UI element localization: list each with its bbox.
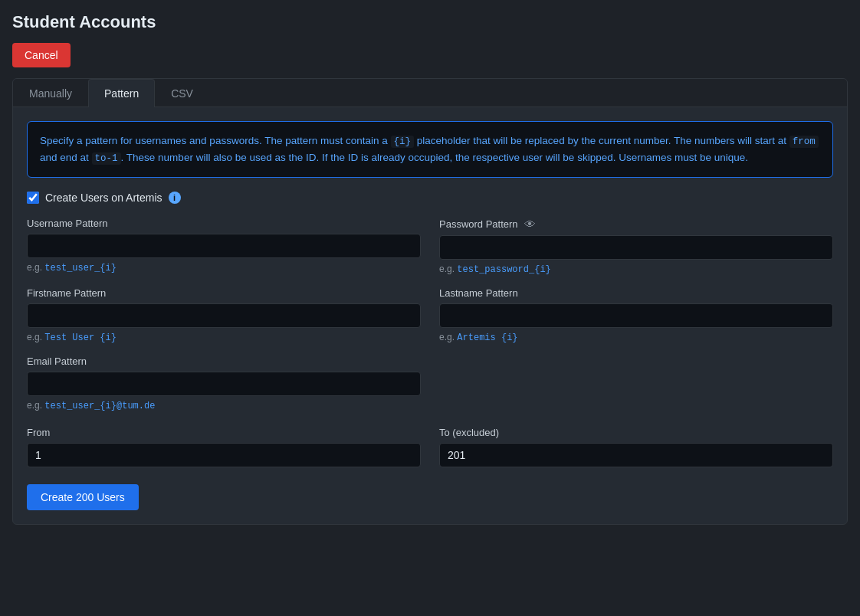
to-label: To (excluded) — [439, 427, 833, 438]
lastname-pattern-hint: e.g. Artemis {i} — [439, 332, 833, 343]
main-panel: Manually Pattern CSV Specify a pattern f… — [12, 78, 848, 525]
to-group: To (excluded) — [439, 427, 833, 467]
tab-pattern[interactable]: Pattern — [88, 79, 155, 107]
create-on-artemis-checkbox[interactable] — [27, 192, 39, 204]
to-input[interactable] — [439, 443, 833, 467]
info-box: Specify a pattern for usernames and pass… — [27, 121, 833, 178]
email-pattern-input[interactable] — [27, 372, 421, 396]
firstname-pattern-label: Firstname Pattern — [27, 287, 421, 299]
password-pattern-group: Password Pattern 👁 e.g. test_password_{i… — [439, 218, 833, 275]
create-users-button[interactable]: Create 200 Users — [27, 484, 139, 510]
from-input[interactable] — [27, 443, 421, 467]
from-label: From — [27, 427, 421, 438]
from-to-grid: From To (excluded) — [27, 427, 833, 480]
email-pattern-hint: e.g. test_user_{i}@tum.de — [27, 400, 421, 411]
tab-manually[interactable]: Manually — [13, 79, 88, 107]
from-keyword: from — [789, 136, 819, 148]
tabs-bar: Manually Pattern CSV — [13, 79, 847, 107]
panel-body: Specify a pattern for usernames and pass… — [13, 107, 847, 524]
username-pattern-input[interactable] — [27, 234, 421, 258]
password-eye-icon[interactable]: 👁 — [524, 218, 536, 231]
username-pattern-hint: e.g. test_user_{i} — [27, 262, 421, 274]
email-pattern-group: Email Pattern e.g. test_user_{i}@tum.de — [27, 356, 421, 411]
tab-csv[interactable]: CSV — [155, 79, 209, 107]
placeholder-code: {i} — [391, 136, 415, 148]
to-keyword: to-1 — [92, 152, 121, 165]
email-pattern-label: Email Pattern — [27, 356, 421, 367]
firstname-pattern-input[interactable] — [27, 303, 421, 328]
info-icon[interactable]: i — [169, 192, 181, 204]
username-pattern-label: Username Pattern — [27, 218, 421, 229]
password-pattern-label: Password Pattern 👁 — [439, 218, 833, 231]
password-pattern-hint: e.g. test_password_{i} — [439, 264, 833, 275]
create-on-artemis-row: Create Users on Artemis i — [27, 192, 833, 204]
info-text: Specify a pattern for usernames and pass… — [40, 135, 819, 163]
password-pattern-input[interactable] — [439, 235, 833, 260]
firstname-pattern-group: Firstname Pattern e.g. Test User {i} — [27, 287, 421, 343]
cancel-button[interactable]: Cancel — [12, 43, 71, 67]
fields-grid: Username Pattern e.g. test_user_{i} Pass… — [27, 218, 833, 424]
firstname-pattern-hint: e.g. Test User {i} — [27, 332, 421, 343]
lastname-pattern-group: Lastname Pattern e.g. Artemis {i} — [439, 287, 833, 343]
username-pattern-group: Username Pattern e.g. test_user_{i} — [27, 218, 421, 275]
from-group: From — [27, 427, 421, 467]
lastname-pattern-input[interactable] — [439, 303, 833, 328]
page-title: Student Accounts — [12, 12, 848, 32]
lastname-pattern-label: Lastname Pattern — [439, 287, 833, 299]
checkbox-label: Create Users on Artemis — [45, 192, 162, 204]
